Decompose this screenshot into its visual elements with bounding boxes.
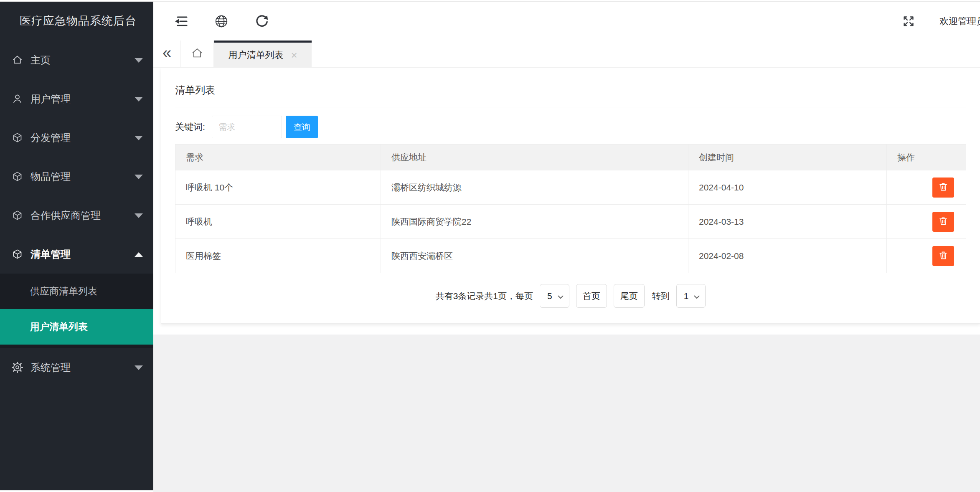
pagination-summary: 共有3条记录共1页，每页 — [436, 290, 533, 302]
cube-icon — [12, 171, 23, 182]
column-header-actions: 操作 — [887, 145, 966, 170]
sidebar-item-label: 主页 — [30, 53, 51, 67]
page-size-value: 5 — [547, 291, 552, 301]
topbar: 欢迎管理员 — [153, 2, 980, 41]
sidebar-item-supplier-list[interactable]: 供应商清单列表 — [0, 274, 153, 309]
cell-created: 2024-04-10 — [688, 170, 887, 205]
chevron-down-icon — [558, 291, 564, 301]
sidebar-submenu-list-management: 供应商清单列表 用户清单列表 — [0, 274, 153, 348]
tab-user-list[interactable]: 用户清单列表 × — [214, 41, 312, 67]
cell-address: 灞桥区纺织城纺源 — [381, 170, 688, 205]
sidebar-item-label: 合作供应商管理 — [30, 209, 101, 222]
collapse-tabs-button[interactable]: « — [153, 41, 181, 67]
table-row: 医用棉签 陕西西安灞桥区 2024-02-08 — [175, 239, 966, 273]
first-page-button[interactable]: 首页 — [576, 284, 607, 308]
sidebar-item-label: 清单管理 — [30, 248, 71, 261]
cell-demand: 医用棉签 — [175, 239, 381, 273]
column-header-demand: 需求 — [175, 145, 381, 170]
chevron-down-icon — [135, 175, 143, 179]
last-page-button[interactable]: 尾页 — [614, 284, 645, 308]
top-edge-strip — [0, 0, 980, 2]
cell-created: 2024-03-13 — [688, 205, 887, 239]
content-wrapper: 清单列表 关键词: 查询 需求 供应地址 创建时间 操作 — [153, 68, 980, 335]
table-row: 呼吸机 10个 灞桥区纺织城纺源 2024-04-10 — [175, 170, 966, 205]
search-row: 关键词: 查询 — [175, 116, 966, 138]
cube-icon — [12, 249, 23, 260]
sidebar-item-user-list[interactable]: 用户清单列表 — [0, 309, 153, 345]
chevron-down-icon — [135, 97, 143, 101]
tab-home-button[interactable] — [181, 41, 214, 67]
delete-button[interactable] — [932, 212, 954, 232]
double-chevron-left-icon: « — [162, 44, 171, 62]
sidebar-item-label: 分发管理 — [30, 131, 71, 145]
list-table: 需求 供应地址 创建时间 操作 呼吸机 10个 灞桥区纺织城纺源 2024-04… — [175, 144, 966, 273]
divider — [175, 107, 966, 107]
pagination: 共有3条记录共1页，每页 5 首页 尾页 转到 1 — [175, 284, 966, 308]
query-button[interactable]: 查询 — [286, 116, 318, 138]
cell-demand: 呼吸机 — [175, 205, 381, 239]
sidebar-item-list-management[interactable]: 清单管理 — [0, 235, 153, 274]
cell-actions — [887, 205, 966, 239]
table-header-row: 需求 供应地址 创建时间 操作 — [175, 145, 966, 170]
cell-created: 2024-02-08 — [688, 239, 887, 273]
chevron-down-icon — [135, 58, 143, 63]
sidebar-item-supplier-management[interactable]: 合作供应商管理 — [0, 196, 153, 235]
sidebar-menu: 主页 用户管理 分发管理 物品管理 — [0, 41, 153, 387]
list-card: 清单列表 关键词: 查询 需求 供应地址 创建时间 操作 — [161, 68, 980, 324]
topbar-right-group: 欢迎管理员 — [901, 2, 980, 41]
cell-address: 陕西西安灞桥区 — [381, 239, 688, 273]
sidebar-item-user-management[interactable]: 用户管理 — [0, 79, 153, 118]
cube-icon — [12, 210, 23, 221]
keyword-label: 关键词: — [175, 121, 205, 133]
trash-icon — [938, 182, 948, 193]
sidebar: 医疗应急物品系统后台 主页 用户管理 分发管理 — [0, 2, 153, 490]
table-row: 呼吸机 陕西国际商贸学院22 2024-03-13 — [175, 205, 966, 239]
refresh-icon[interactable] — [254, 14, 269, 29]
welcome-text: 欢迎管理员 — [939, 15, 980, 28]
page-size-select[interactable]: 5 — [540, 284, 569, 308]
chevron-down-icon — [135, 213, 143, 218]
topbar-icon-group — [173, 2, 269, 41]
tab-bar: « 用户清单列表 × — [153, 41, 980, 68]
sidebar-item-system-management[interactable]: 系统管理 — [0, 348, 153, 387]
content-area: 清单列表 关键词: 查询 需求 供应地址 创建时间 操作 — [153, 68, 980, 492]
trash-icon — [938, 250, 948, 261]
app-window: 医疗应急物品系统后台 主页 用户管理 分发管理 — [0, 0, 980, 492]
cell-demand: 呼吸机 10个 — [175, 170, 381, 205]
cube-icon — [12, 132, 23, 143]
goto-label: 转到 — [652, 290, 670, 302]
collapse-menu-icon[interactable] — [173, 14, 188, 29]
column-header-address: 供应地址 — [381, 145, 688, 170]
chevron-down-icon — [135, 136, 143, 140]
sidebar-item-label: 系统管理 — [30, 361, 71, 374]
chevron-up-icon — [135, 252, 143, 257]
sidebar-item-item-management[interactable]: 物品管理 — [0, 157, 153, 196]
page-number-value: 1 — [684, 291, 689, 301]
globe-icon[interactable] — [214, 14, 229, 29]
delete-button[interactable] — [932, 178, 954, 198]
column-header-created: 创建时间 — [688, 145, 887, 170]
chevron-down-icon — [135, 365, 143, 370]
page-title: 清单列表 — [175, 68, 966, 97]
cell-address: 陕西国际商贸学院22 — [381, 205, 688, 239]
gear-icon — [12, 362, 23, 373]
sidebar-item-label: 用户管理 — [30, 92, 71, 106]
keyword-input[interactable] — [212, 116, 282, 138]
sidebar-item-distribution-management[interactable]: 分发管理 — [0, 118, 153, 157]
page-number-select[interactable]: 1 — [676, 284, 706, 308]
fullscreen-icon[interactable] — [901, 14, 916, 29]
sidebar-item-home[interactable]: 主页 — [0, 41, 153, 79]
user-icon — [12, 93, 23, 104]
cell-actions — [887, 170, 966, 205]
chevron-down-icon — [694, 291, 700, 301]
app-title: 医疗应急物品系统后台 — [0, 2, 153, 41]
cell-actions — [887, 239, 966, 273]
home-icon — [191, 47, 203, 61]
trash-icon — [938, 216, 948, 227]
home-icon — [12, 54, 23, 66]
tab-label: 用户清单列表 — [228, 49, 283, 61]
sidebar-item-label: 物品管理 — [30, 170, 71, 183]
delete-button[interactable] — [932, 246, 954, 266]
sidebar-subitem-label: 供应商清单列表 — [30, 285, 97, 298]
close-icon[interactable]: × — [291, 50, 297, 61]
